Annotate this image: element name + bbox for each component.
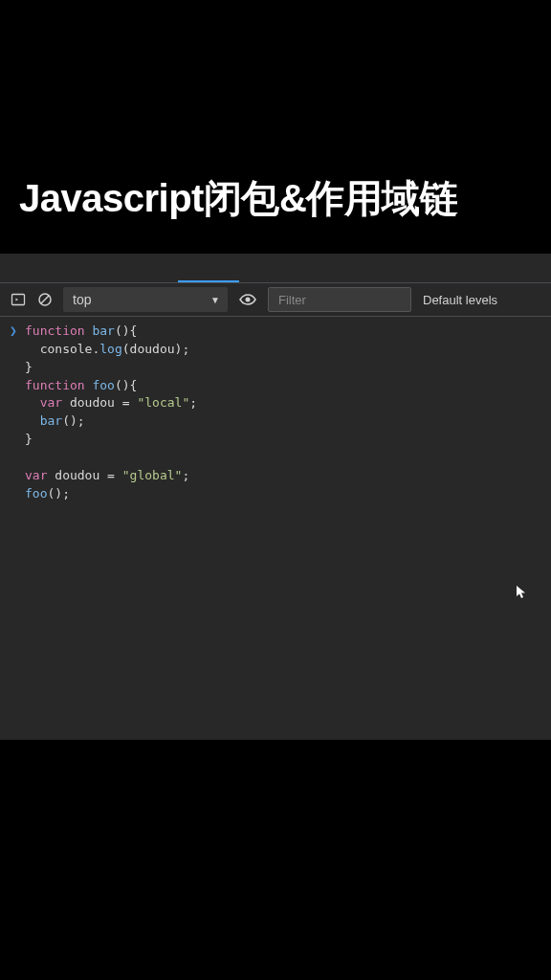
console-content[interactable]: ❯ function bar(){ console.log(doudou); }…	[0, 317, 551, 508]
live-expression-icon[interactable]	[237, 289, 258, 310]
devtools-panel: top ▼ Default levels ❯ function bar(){ c…	[0, 254, 551, 740]
code-input[interactable]: function bar(){ console.log(doudou); } f…	[25, 323, 197, 502]
execution-context-dropdown[interactable]: top	[63, 287, 228, 312]
clear-console-icon[interactable]	[36, 291, 54, 308]
filter-input[interactable]	[268, 287, 411, 312]
active-tab-indicator	[178, 280, 239, 282]
svg-point-3	[246, 298, 251, 302]
page-title: Javascript闭包&作用域链	[19, 172, 532, 225]
toggle-console-sidebar-icon[interactable]	[10, 291, 27, 308]
svg-line-2	[41, 296, 49, 303]
tab-strip	[0, 254, 551, 282]
console-toolbar: top ▼ Default levels	[0, 282, 551, 317]
prompt-icon: ❯	[10, 323, 25, 502]
log-levels-dropdown[interactable]: Default levels	[423, 293, 497, 307]
